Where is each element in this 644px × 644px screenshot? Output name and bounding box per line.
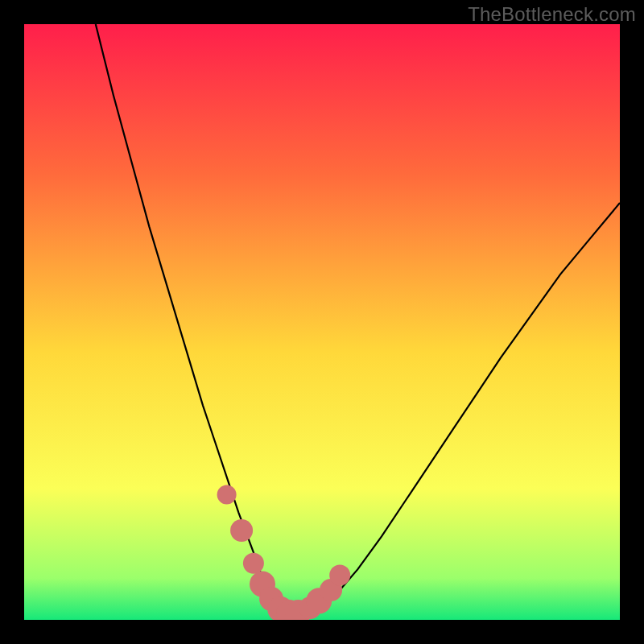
chart-frame: TheBottleneck.com [0,0,644,644]
highlight-point [230,519,253,542]
bottleneck-chart [24,24,620,620]
gradient-background [24,24,620,620]
highlight-point [217,485,237,505]
watermark-text: TheBottleneck.com [468,3,636,26]
highlight-point [329,565,350,586]
highlight-point [243,553,264,574]
